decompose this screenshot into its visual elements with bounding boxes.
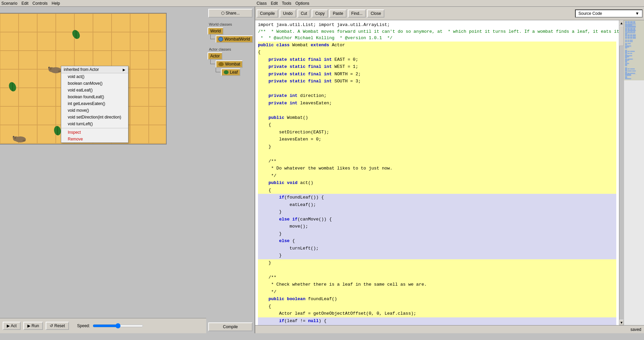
svg-point-19 — [22, 140, 25, 141]
code-menu-options[interactable]: Options — [295, 1, 309, 6]
menu-help[interactable]: Help — [52, 1, 60, 6]
svg-point-12 — [48, 67, 49, 68]
wombat-label: Wombat — [225, 62, 240, 67]
world-class[interactable]: World — [208, 27, 223, 35]
context-menu-foundleaf[interactable]: boolean foundLeaf() — [61, 94, 128, 100]
code-panel: Class Edit Tools Options Compile Undo Cu… — [255, 0, 644, 333]
status-bar: saved — [255, 325, 644, 333]
code-area: import java.util.List; import java.util.… — [255, 20, 644, 325]
wombat-sprite-1 — [47, 64, 63, 76]
menu-bar: Scenario Edit Controls Help — [0, 0, 255, 7]
world-label: World — [210, 29, 221, 33]
context-menu-header[interactable]: inherited from Actor ▶ — [61, 66, 128, 73]
minimap-content: ████ ████ █████ ████ ████ ████ █████ ███… — [624, 20, 644, 80]
actor-class[interactable]: Actor — [208, 52, 222, 60]
paste-btn[interactable]: Paste — [329, 9, 347, 18]
bottom-controls: ▶ Act ▶ Run ↺ Reset Speed: — [0, 318, 206, 333]
source-code-label: Source Code — [578, 11, 602, 16]
code-menu-class[interactable]: Class — [257, 1, 267, 6]
speed-slider[interactable] — [93, 323, 143, 329]
world-canvas: inherited from Actor ▶ void act() boolea… — [0, 13, 167, 145]
svg-point-11 — [48, 67, 50, 70]
actor-label: Actor — [210, 54, 220, 58]
leaf-class-icon — [224, 70, 229, 74]
leaf-class[interactable]: Leaf — [221, 69, 240, 76]
wombat-world-class[interactable]: WombatWorld — [216, 35, 253, 43]
menu-controls[interactable]: Controls — [32, 1, 48, 6]
reset-button[interactable]: ↺ Reset — [46, 322, 69, 330]
code-scrollbar[interactable]: ▲ ▼ — [619, 20, 624, 325]
menu-scenario[interactable]: Scenario — [1, 1, 17, 6]
menu-edit[interactable]: Edit — [21, 1, 28, 6]
dropdown-arrow-icon: ▼ — [635, 11, 639, 16]
class-browser: ⬡ Share... World classes World Wo — [206, 7, 255, 333]
context-menu-divider — [61, 128, 128, 128]
scroll-down-button[interactable]: ▼ — [619, 320, 624, 325]
code-minimap: ████ ████ █████ ████ ████ ████ █████ ███… — [624, 20, 644, 325]
world-classes-label: World classes — [208, 21, 253, 27]
wombat-sprite-2 — [12, 133, 27, 145]
code-editor[interactable]: import java.util.List; import java.util.… — [255, 20, 619, 325]
act-button[interactable]: ▶ Act — [3, 322, 21, 330]
share-button[interactable]: ⬡ Share... — [208, 9, 253, 18]
svg-point-18 — [13, 136, 14, 137]
wombat-class-icon — [218, 62, 224, 66]
context-menu-inspect[interactable]: Inspect — [61, 129, 128, 136]
code-toolbar: Compile Undo Cut Copy Paste Find... Clos… — [255, 7, 644, 20]
globe-icon — [218, 37, 223, 42]
context-menu-move[interactable]: void move() — [61, 107, 128, 114]
scroll-thumb[interactable] — [619, 26, 624, 46]
leaf-sprite-1 — [71, 29, 81, 41]
context-menu-getleavseaten[interactable]: int getLeavesEaten() — [61, 100, 128, 107]
context-menu-canmove[interactable]: boolean canMove() — [61, 80, 128, 87]
inherited-from-actor-label: inherited from Actor — [64, 67, 99, 72]
context-menu-eatleaf[interactable]: void eatLeaf() — [61, 87, 128, 94]
copy-btn[interactable]: Copy — [312, 9, 328, 18]
context-menu-setdirection[interactable]: void setDirection(int direction) — [61, 114, 128, 121]
context-menu: inherited from Actor ▶ void act() boolea… — [61, 66, 128, 143]
submenu-arrow-icon: ▶ — [123, 68, 125, 72]
wombat-world-label: WombatWorld — [224, 37, 250, 42]
code-menu-tools[interactable]: Tools — [282, 1, 291, 6]
context-menu-turnleft[interactable]: void turnLeft() — [61, 121, 128, 127]
leaf-label: Leaf — [230, 70, 238, 75]
compile-btn[interactable]: Compile — [257, 9, 278, 18]
source-code-dropdown[interactable]: Source Code ▼ — [575, 9, 643, 18]
compile-button-sidebar[interactable]: Compile — [208, 322, 253, 331]
close-btn[interactable]: Close — [367, 9, 384, 18]
undo-btn[interactable]: Undo — [280, 9, 296, 18]
scroll-up-button[interactable]: ▲ — [619, 20, 624, 26]
scroll-track[interactable] — [619, 26, 624, 320]
run-button[interactable]: ▶ Run — [23, 322, 43, 330]
leaf-sprite-2 — [7, 81, 18, 93]
actor-classes-label: Actor classes — [208, 46, 253, 52]
code-content: import java.util.List; import java.util.… — [255, 20, 619, 325]
saved-status: saved — [630, 327, 641, 332]
code-menu-edit[interactable]: Edit — [271, 1, 278, 6]
code-menu-bar: Class Edit Tools Options — [255, 0, 644, 7]
cut-btn[interactable]: Cut — [297, 9, 311, 18]
context-menu-void-act[interactable]: void act() — [61, 73, 128, 80]
context-menu-remove[interactable]: Remove — [61, 136, 128, 142]
wombat-class[interactable]: Wombat — [216, 60, 243, 68]
svg-point-17 — [13, 136, 14, 139]
speed-label: Speed: — [77, 323, 90, 328]
find-btn[interactable]: Find... — [348, 9, 366, 18]
